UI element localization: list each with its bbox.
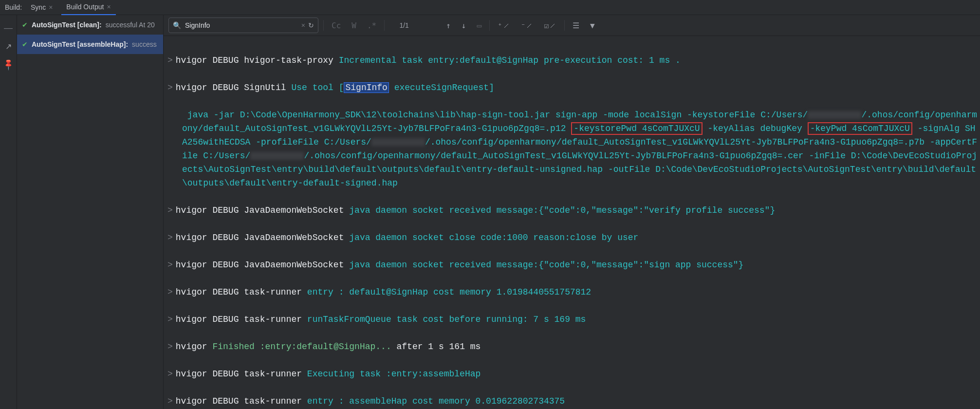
find-toolbar: 🔍 × ↻ Cc W .* 1/1 ↑ ↓ ▭ ⁺⟋ ⁻⟋ ☑⟋	[164, 15, 980, 36]
match-case-button[interactable]: Cc	[329, 19, 344, 32]
task-item-clean[interactable]: ✔ AutoSignTest [clean]: successful At 20	[17, 15, 163, 35]
left-gutter: — ↗ 📌	[0, 15, 17, 409]
separator	[489, 20, 490, 31]
redacted-text	[371, 138, 425, 146]
task-item-assemblehap[interactable]: ✔ AutoSignTest [assembleHap]: success	[17, 35, 163, 54]
filter-icon[interactable]: ▼	[587, 19, 598, 32]
build-titlebar: Build: Sync × Build Output ×	[0, 0, 980, 15]
prev-match-button[interactable]: ↑	[443, 19, 454, 32]
build-label: Build:	[5, 3, 22, 11]
highlighted-keypwd: -keyPwd 4sComTJUXcU	[808, 122, 912, 135]
minus-icon[interactable]: —	[4, 23, 13, 33]
task-status: successful At 20	[106, 21, 155, 29]
search-icon: 🔍	[173, 21, 181, 29]
tab-label: Sync	[31, 3, 46, 11]
next-match-button[interactable]: ↓	[459, 19, 469, 32]
task-list: ✔ AutoSignTest [clean]: successful At 20…	[17, 15, 164, 409]
settings-icon[interactable]: ☰	[570, 19, 582, 32]
highlighted-keystorepwd: -keystorePwd 4sComTJUXcU	[571, 122, 702, 135]
whole-word-button[interactable]: W	[349, 19, 359, 32]
console-panel: 🔍 × ↻ Cc W .* 1/1 ↑ ↓ ▭ ⁺⟋ ⁻⟋ ☑⟋	[164, 15, 980, 409]
find-input-box[interactable]: 🔍 × ↻	[168, 18, 318, 33]
redacted-text	[808, 111, 861, 119]
tab-build-output[interactable]: Build Output ×	[61, 0, 115, 15]
task-name: AutoSignTest [assembleHap]:	[32, 40, 128, 48]
clear-icon[interactable]: ×	[301, 21, 305, 29]
console-log[interactable]: >hvigor DEBUG hvigor-task-proxy Incremen…	[164, 36, 980, 409]
task-name: AutoSignTest [clean]:	[32, 21, 102, 29]
regex-button[interactable]: .*	[364, 19, 379, 32]
close-icon[interactable]: ×	[107, 3, 111, 10]
success-icon: ✔	[22, 21, 28, 29]
redacted-text	[250, 152, 304, 160]
separator	[384, 20, 385, 31]
close-icon[interactable]: ×	[49, 4, 53, 11]
tab-sync[interactable]: Sync ×	[26, 0, 57, 15]
separator	[323, 20, 324, 31]
select-all-occurrences-icon[interactable]: ☑⟋	[541, 19, 559, 32]
separator	[564, 20, 565, 31]
pin-icon[interactable]: 📌	[1, 58, 15, 72]
find-input[interactable]	[184, 21, 298, 30]
match-count: 1/1	[389, 21, 419, 29]
select-all-icon[interactable]: ▭	[474, 19, 484, 32]
export-icon[interactable]: ↗	[5, 42, 12, 51]
search-highlight: SignInfo	[344, 82, 388, 93]
tab-label: Build Output	[66, 3, 104, 11]
add-selection-icon[interactable]: ⁺⟋	[495, 19, 513, 32]
remove-selection-icon[interactable]: ⁻⟋	[518, 19, 536, 32]
history-icon[interactable]: ↻	[308, 21, 314, 29]
success-icon: ✔	[22, 40, 28, 48]
task-status: success	[132, 40, 157, 48]
